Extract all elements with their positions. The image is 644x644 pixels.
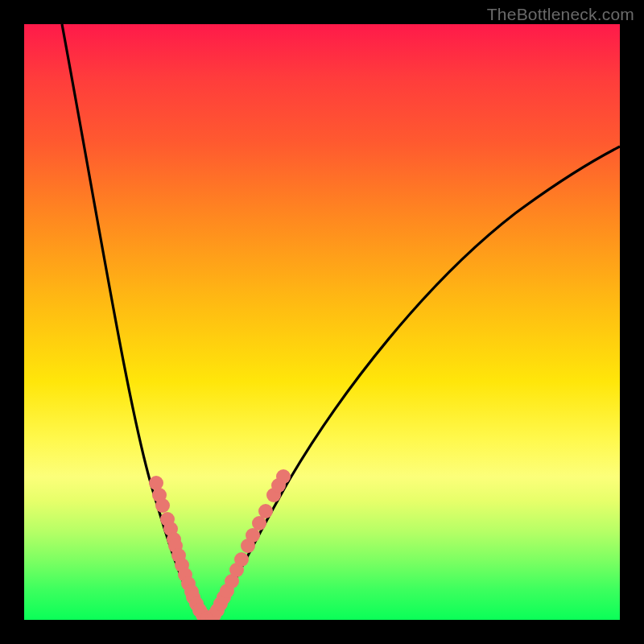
watermark-text: TheBottleneck.com [487,5,634,24]
chart-svg [24,24,620,620]
sample-dot [276,469,291,484]
sample-dot [258,504,273,518]
left-curve [62,24,208,620]
right-curve [208,147,620,620]
sample-dot [234,552,249,567]
sample-dot [155,498,170,513]
chart-plot-area [24,24,620,620]
sample-dots-group [149,469,291,620]
